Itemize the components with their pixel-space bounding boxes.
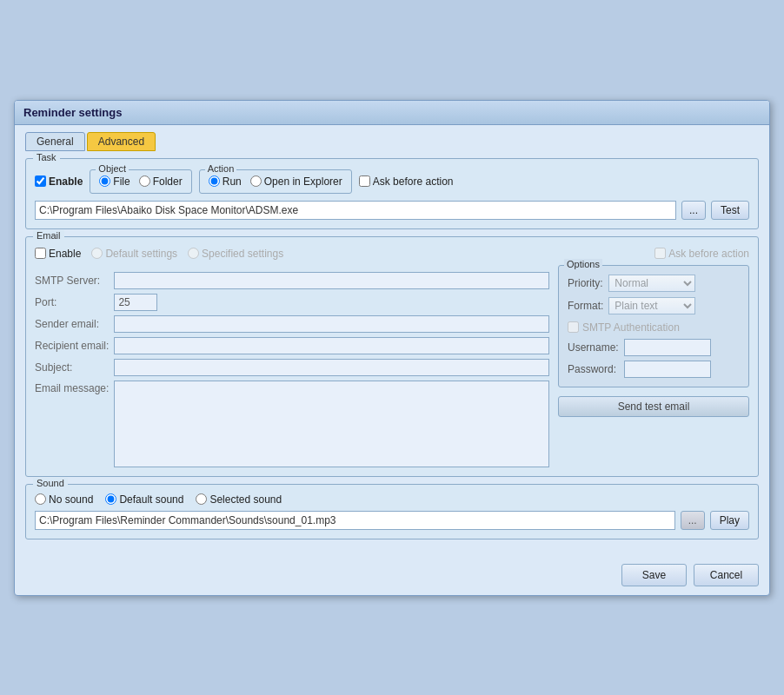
smtp-auth-row: SMTP Authentication <box>568 321 740 334</box>
dialog-title: Reminder settings <box>15 101 769 125</box>
tab-advanced[interactable]: Advanced <box>87 132 156 151</box>
port-row <box>114 294 549 311</box>
task-file-input[interactable] <box>35 201 676 220</box>
email-message-label: Email message: <box>35 381 109 394</box>
action-run-radio[interactable] <box>209 175 220 187</box>
email-section: Email Enable Default settings Specified … <box>25 236 759 477</box>
port-input[interactable] <box>114 294 157 311</box>
object-radio-group: File Folder <box>99 175 182 188</box>
no-sound-radio[interactable] <box>35 493 46 505</box>
task-section: Task Enable Object File <box>25 158 759 229</box>
cancel-button[interactable]: Cancel <box>694 564 759 586</box>
auth-grid: Username: Password: <box>568 339 740 378</box>
sound-section-title: Sound <box>33 478 68 488</box>
email-ask-label[interactable]: Ask before action <box>654 248 749 260</box>
default-sound-radio[interactable] <box>105 493 116 505</box>
priority-select[interactable]: Normal High Low <box>608 275 695 292</box>
email-main-content: SMTP Server: Port: Sender email: Recipie… <box>35 265 749 467</box>
no-sound-label[interactable]: No sound <box>35 493 93 506</box>
task-enable-label[interactable]: Enable <box>35 175 83 188</box>
username-input[interactable] <box>624 339 711 356</box>
task-test-button[interactable]: Test <box>711 201 749 220</box>
email-default-settings-label[interactable]: Default settings <box>91 248 177 260</box>
email-section-title: Email <box>33 230 64 241</box>
username-label: Username: <box>568 341 619 354</box>
smtp-server-label: SMTP Server: <box>35 275 109 287</box>
selected-sound-radio[interactable] <box>196 493 207 505</box>
tab-general[interactable]: General <box>25 132 85 151</box>
task-enable-checkbox[interactable] <box>35 175 46 187</box>
task-ask-label[interactable]: Ask before action <box>359 175 454 188</box>
email-specified-settings-label[interactable]: Specified settings <box>188 248 283 260</box>
sound-file-row: ... Play <box>35 511 749 530</box>
email-specified-radio[interactable] <box>188 248 199 259</box>
default-sound-label[interactable]: Default sound <box>105 493 183 506</box>
sound-radio-group: No sound Default sound Selected sound <box>35 493 749 506</box>
task-browse-button[interactable]: ... <box>681 201 706 220</box>
task-ask-checkbox[interactable] <box>359 175 370 187</box>
format-select[interactable]: Plain text HTML <box>608 297 695 314</box>
recipient-email-input[interactable] <box>114 337 549 354</box>
send-test-email-button[interactable]: Send test email <box>558 396 749 417</box>
options-grid: Priority: Normal High Low Format: Plain … <box>568 275 740 314</box>
sender-email-input[interactable] <box>114 315 549 333</box>
action-run-label[interactable]: Run <box>209 175 242 188</box>
email-message-textarea[interactable] <box>114 381 549 467</box>
email-right-panel: Options Priority: Normal High Low Format… <box>558 265 749 467</box>
object-folder-radio[interactable] <box>139 175 150 187</box>
object-folder-label[interactable]: Folder <box>139 175 183 188</box>
object-group-title: Object <box>96 163 129 174</box>
action-group-title: Action <box>205 163 237 174</box>
task-section-title: Task <box>33 152 60 162</box>
object-group: Object File Folder <box>90 169 191 194</box>
email-enable-label[interactable]: Enable <box>35 248 81 260</box>
email-enable-checkbox[interactable] <box>35 248 46 259</box>
smtp-auth-label: SMTP Authentication <box>582 321 680 334</box>
format-label: Format: <box>568 300 603 312</box>
tab-bar: General Advanced <box>25 132 759 151</box>
sound-browse-button[interactable]: ... <box>681 511 705 530</box>
action-group: Action Run Open in Explorer <box>199 169 352 194</box>
email-form-grid: SMTP Server: Port: Sender email: Recipie… <box>35 272 549 467</box>
sound-play-button[interactable]: Play <box>710 511 749 530</box>
save-button[interactable]: Save <box>621 564 687 586</box>
sound-file-input[interactable] <box>35 511 675 530</box>
object-file-radio[interactable] <box>99 175 110 187</box>
priority-label: Priority: <box>568 277 603 289</box>
email-default-radio[interactable] <box>91 248 103 259</box>
password-label: Password: <box>568 363 619 375</box>
sound-content: No sound Default sound Selected sound ..… <box>35 493 749 530</box>
email-ask-checkbox[interactable] <box>654 248 666 259</box>
smtp-auth-checkbox[interactable] <box>568 321 579 333</box>
email-top-row: Enable Default settings Specified settin… <box>35 248 749 260</box>
sender-email-label: Sender email: <box>35 318 109 330</box>
email-left-panel: SMTP Server: Port: Sender email: Recipie… <box>35 265 549 467</box>
reminder-settings-dialog: Reminder settings General Advanced Task … <box>14 100 770 596</box>
password-input[interactable] <box>624 361 711 378</box>
sound-section: Sound No sound Default sound Selected so… <box>25 484 759 539</box>
object-file-label[interactable]: File <box>99 175 130 188</box>
selected-sound-label[interactable]: Selected sound <box>196 493 282 506</box>
task-file-row: ... Test <box>35 201 749 220</box>
recipient-email-label: Recipient email: <box>35 340 109 352</box>
subject-input[interactable] <box>114 359 549 376</box>
action-explorer-label[interactable]: Open in Explorer <box>250 175 342 188</box>
action-radio-group: Run Open in Explorer <box>209 175 342 188</box>
port-label: Port: <box>35 296 109 308</box>
options-title: Options <box>564 259 602 269</box>
smtp-server-input[interactable] <box>114 272 549 289</box>
dialog-footer: Save Cancel <box>15 557 769 595</box>
action-explorer-radio[interactable] <box>250 175 262 187</box>
options-box: Options Priority: Normal High Low Format… <box>558 265 749 387</box>
subject-label: Subject: <box>35 361 109 374</box>
